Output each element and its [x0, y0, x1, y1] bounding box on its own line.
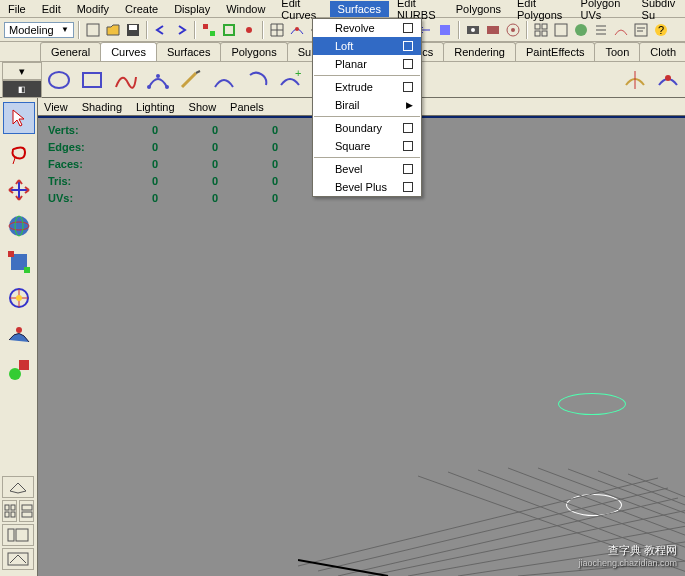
menu-edit[interactable]: Edit [34, 1, 69, 17]
menu-item-revolve[interactable]: Revolve [313, 19, 421, 37]
add-points-icon[interactable]: + [275, 65, 305, 95]
insert-knot-icon[interactable] [653, 65, 683, 95]
shelf-tab-general[interactable]: General [40, 42, 101, 61]
panel-menu-view[interactable]: View [44, 101, 68, 113]
svg-rect-46 [11, 512, 15, 517]
mode-selector[interactable]: Modeling ▼ [4, 22, 74, 38]
menu-item-birail[interactable]: Birail▶ [313, 96, 421, 114]
svg-rect-26 [83, 73, 101, 87]
shelf-tab-toon[interactable]: Toon [594, 42, 640, 61]
menu-polygons[interactable]: Polygons [448, 1, 509, 17]
svg-point-32 [9, 216, 29, 236]
hypershade-icon[interactable] [572, 21, 590, 39]
four-view-button[interactable] [2, 500, 17, 522]
separator [146, 21, 148, 39]
menu-surfaces[interactable]: Surfaces [330, 1, 389, 17]
panel-menu-show[interactable]: Show [189, 101, 217, 113]
redo-icon[interactable] [172, 21, 190, 39]
option-box-icon[interactable] [403, 23, 413, 33]
ep-curve-icon[interactable] [143, 65, 173, 95]
option-box-icon[interactable] [403, 41, 413, 51]
select-component-icon[interactable] [240, 21, 258, 39]
single-persp-button[interactable] [2, 476, 34, 498]
menu-modify[interactable]: Modify [69, 1, 117, 17]
select-tool[interactable] [3, 102, 35, 134]
undo-icon[interactable] [152, 21, 170, 39]
svg-rect-19 [542, 31, 547, 36]
scale-tool[interactable] [3, 246, 35, 278]
snap-grid-icon[interactable] [268, 21, 286, 39]
outliner-persp-button[interactable] [2, 524, 34, 546]
option-box-icon[interactable] [403, 182, 413, 192]
new-scene-icon[interactable] [84, 21, 102, 39]
svg-rect-44 [11, 505, 15, 510]
hud-row: Faces:000 [48, 158, 278, 170]
ipr-render-icon[interactable] [484, 21, 502, 39]
menu-window[interactable]: Window [218, 1, 273, 17]
menu-subdiv-su[interactable]: Subdiv Su [634, 0, 685, 23]
svg-point-29 [165, 85, 169, 89]
option-box-icon[interactable] [403, 141, 413, 151]
single-view-icon[interactable] [552, 21, 570, 39]
svg-point-15 [511, 28, 515, 32]
shelf-tab-rendering[interactable]: Rendering [443, 42, 516, 61]
svg-rect-0 [87, 24, 99, 36]
menu-item-square[interactable]: Square [313, 137, 421, 155]
menu-edit-polygons[interactable]: Edit Polygons [509, 0, 573, 23]
menu-display[interactable]: Display [166, 1, 218, 17]
render-globals-icon[interactable] [504, 21, 522, 39]
menu-item-extrude[interactable]: Extrude [313, 78, 421, 96]
two-stacked-button[interactable] [19, 500, 34, 522]
svg-text:?: ? [658, 24, 664, 36]
outliner-icon[interactable] [592, 21, 610, 39]
rotate-tool[interactable] [3, 210, 35, 242]
manipulator-tool[interactable] [3, 282, 35, 314]
quad-view-icon[interactable] [532, 21, 550, 39]
separator [262, 21, 264, 39]
persp-graph-button[interactable] [2, 548, 34, 570]
construction-history-icon[interactable] [436, 21, 454, 39]
script-editor-icon[interactable] [632, 21, 650, 39]
detach-curve-icon[interactable] [620, 65, 650, 95]
menu-create[interactable]: Create [117, 1, 166, 17]
move-tool[interactable] [3, 174, 35, 206]
option-box-icon[interactable] [403, 164, 413, 174]
help-icon[interactable]: ? [652, 21, 670, 39]
shelf-tab-curves[interactable]: Curves [100, 42, 157, 61]
shelf-tab-polygons[interactable]: Polygons [220, 42, 287, 61]
shelf-tab-surfaces[interactable]: Surfaces [156, 42, 221, 61]
square-curve-icon[interactable] [77, 65, 107, 95]
menu-item-bevel[interactable]: Bevel [313, 160, 421, 178]
circle-curve-icon[interactable] [44, 65, 74, 95]
menu-file[interactable]: File [0, 1, 34, 17]
render-icon[interactable] [464, 21, 482, 39]
shelf-tab-cloth[interactable]: Cloth [639, 42, 685, 61]
menu-polygon-uvs[interactable]: Polygon UVs [573, 0, 634, 23]
panel-menu-lighting[interactable]: Lighting [136, 101, 175, 113]
panel-menu-panels[interactable]: Panels [230, 101, 264, 113]
option-box-icon[interactable] [403, 59, 413, 69]
cv-curve-icon[interactable] [110, 65, 140, 95]
open-scene-icon[interactable] [104, 21, 122, 39]
menu-item-boundary[interactable]: Boundary [313, 119, 421, 137]
menu-item-loft[interactable]: Loft [313, 37, 421, 55]
last-tool[interactable] [3, 354, 35, 386]
soft-mod-tool[interactable] [3, 318, 35, 350]
snap-curve-icon[interactable] [288, 21, 306, 39]
menu-item-planar[interactable]: Planar [313, 55, 421, 73]
save-scene-icon[interactable] [124, 21, 142, 39]
menu-item-bevel-plus[interactable]: Bevel Plus [313, 178, 421, 196]
arc-2pt-icon[interactable] [242, 65, 272, 95]
graph-editor-icon[interactable] [612, 21, 630, 39]
option-box-icon[interactable] [403, 123, 413, 133]
pencil-curve-icon[interactable] [176, 65, 206, 95]
select-hierarchy-icon[interactable] [200, 21, 218, 39]
shelf-options-icon[interactable]: ◧ [2, 80, 42, 98]
lasso-tool[interactable] [3, 138, 35, 170]
panel-menu-shading[interactable]: Shading [82, 101, 122, 113]
select-object-icon[interactable] [220, 21, 238, 39]
shelf-tab-select-icon[interactable]: ▾ [2, 62, 42, 80]
shelf-tab-painteffects[interactable]: PaintEffects [515, 42, 596, 61]
arc-3pt-icon[interactable] [209, 65, 239, 95]
option-box-icon[interactable] [403, 82, 413, 92]
